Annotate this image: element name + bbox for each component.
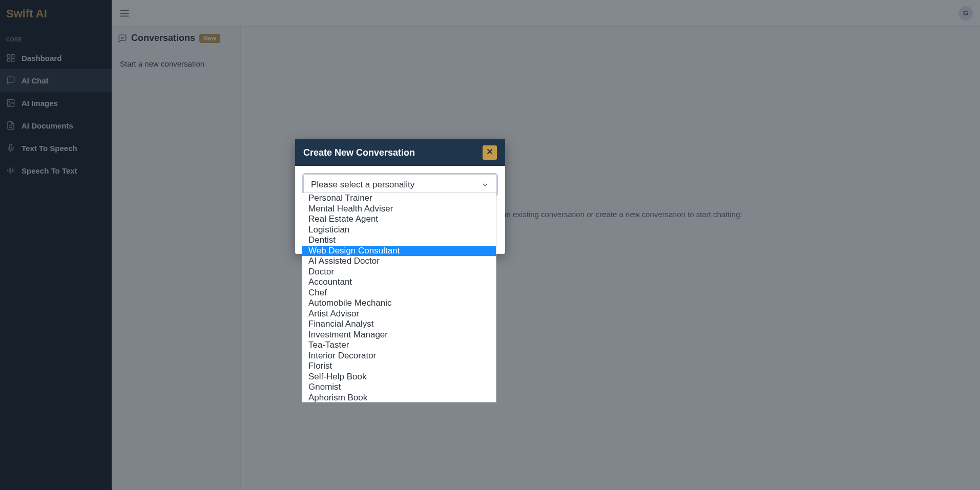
modal-header: Create New Conversation — [295, 139, 505, 166]
personality-option[interactable]: Real Estate Agent — [302, 214, 496, 225]
personality-option[interactable]: Florist — [302, 361, 496, 372]
personality-option[interactable]: Logistician — [302, 225, 496, 236]
personality-dropdown[interactable]: Personal TrainerMental Health AdviserRea… — [302, 193, 496, 402]
personality-option[interactable]: Mental Health Adviser — [302, 204, 496, 215]
close-icon — [485, 147, 494, 158]
personality-option[interactable]: Tea-Taster — [302, 340, 496, 351]
personality-option[interactable]: Financial Analyst — [302, 319, 496, 330]
personality-option[interactable]: Automobile Mechanic — [302, 298, 496, 309]
modal-close-button[interactable] — [483, 145, 497, 160]
modal-title: Create New Conversation — [303, 147, 415, 158]
personality-option[interactable]: Web Design Consultant — [302, 246, 496, 257]
personality-option[interactable]: Doctor — [302, 267, 496, 278]
chevron-down-icon — [481, 181, 489, 189]
personality-option[interactable]: Accountant — [302, 277, 496, 288]
personality-option[interactable]: Interior Decorator — [302, 351, 496, 361]
personality-option[interactable]: Self-Help Book — [302, 372, 496, 382]
personality-option[interactable]: Artist Advisor — [302, 309, 496, 319]
personality-option[interactable]: Investment Manager — [302, 330, 496, 340]
personality-option[interactable]: Gnomist — [302, 382, 496, 393]
personality-select-placeholder: Please select a personality — [311, 180, 414, 190]
personality-option[interactable]: Personal Trainer — [302, 193, 496, 204]
personality-option[interactable]: Chef — [302, 288, 496, 299]
personality-option[interactable]: Aphorism Book — [302, 393, 496, 403]
personality-option[interactable]: AI Assisted Doctor — [302, 256, 496, 267]
personality-option[interactable]: Dentist — [302, 235, 496, 246]
